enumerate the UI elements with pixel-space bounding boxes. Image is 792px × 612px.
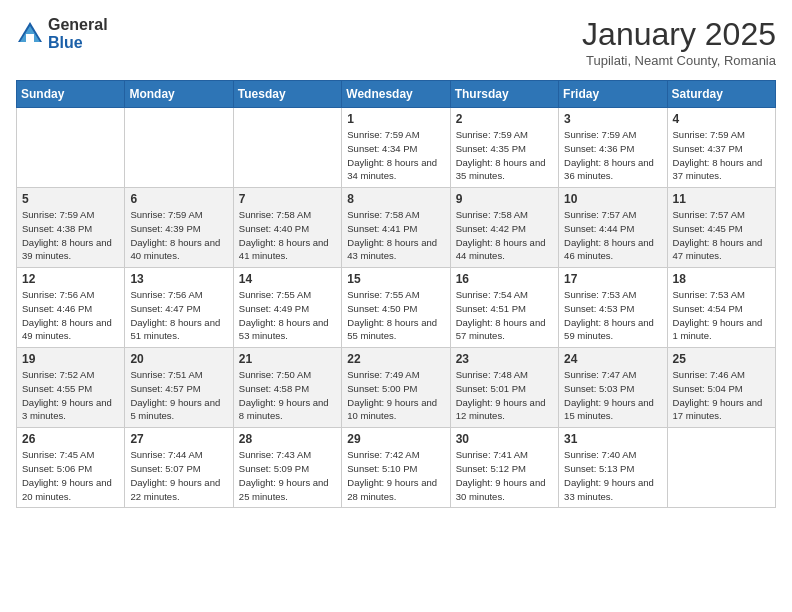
day-number: 25	[673, 352, 770, 366]
calendar-cell: 20Sunrise: 7:51 AM Sunset: 4:57 PM Dayli…	[125, 348, 233, 428]
calendar-cell: 10Sunrise: 7:57 AM Sunset: 4:44 PM Dayli…	[559, 188, 667, 268]
day-number: 17	[564, 272, 661, 286]
calendar-cell	[17, 108, 125, 188]
calendar-cell: 17Sunrise: 7:53 AM Sunset: 4:53 PM Dayli…	[559, 268, 667, 348]
calendar-cell: 6Sunrise: 7:59 AM Sunset: 4:39 PM Daylig…	[125, 188, 233, 268]
day-number: 20	[130, 352, 227, 366]
calendar-cell: 25Sunrise: 7:46 AM Sunset: 5:04 PM Dayli…	[667, 348, 775, 428]
calendar-cell: 9Sunrise: 7:58 AM Sunset: 4:42 PM Daylig…	[450, 188, 558, 268]
day-number: 18	[673, 272, 770, 286]
calendar-cell: 4Sunrise: 7:59 AM Sunset: 4:37 PM Daylig…	[667, 108, 775, 188]
day-number: 7	[239, 192, 336, 206]
calendar-cell: 7Sunrise: 7:58 AM Sunset: 4:40 PM Daylig…	[233, 188, 341, 268]
day-info: Sunrise: 7:56 AM Sunset: 4:47 PM Dayligh…	[130, 288, 227, 343]
day-info: Sunrise: 7:59 AM Sunset: 4:38 PM Dayligh…	[22, 208, 119, 263]
day-header-saturday: Saturday	[667, 81, 775, 108]
day-number: 23	[456, 352, 553, 366]
calendar-cell: 19Sunrise: 7:52 AM Sunset: 4:55 PM Dayli…	[17, 348, 125, 428]
day-number: 22	[347, 352, 444, 366]
month-title: January 2025	[582, 16, 776, 53]
day-info: Sunrise: 7:45 AM Sunset: 5:06 PM Dayligh…	[22, 448, 119, 503]
day-header-thursday: Thursday	[450, 81, 558, 108]
calendar-cell: 11Sunrise: 7:57 AM Sunset: 4:45 PM Dayli…	[667, 188, 775, 268]
day-info: Sunrise: 7:49 AM Sunset: 5:00 PM Dayligh…	[347, 368, 444, 423]
calendar-cell: 8Sunrise: 7:58 AM Sunset: 4:41 PM Daylig…	[342, 188, 450, 268]
page-header: General Blue January 2025 Tupilati, Neam…	[16, 16, 776, 68]
day-info: Sunrise: 7:53 AM Sunset: 4:53 PM Dayligh…	[564, 288, 661, 343]
day-number: 26	[22, 432, 119, 446]
day-header-tuesday: Tuesday	[233, 81, 341, 108]
day-number: 15	[347, 272, 444, 286]
day-info: Sunrise: 7:59 AM Sunset: 4:36 PM Dayligh…	[564, 128, 661, 183]
calendar-week-5: 26Sunrise: 7:45 AM Sunset: 5:06 PM Dayli…	[17, 428, 776, 508]
day-header-monday: Monday	[125, 81, 233, 108]
day-number: 12	[22, 272, 119, 286]
day-info: Sunrise: 7:59 AM Sunset: 4:37 PM Dayligh…	[673, 128, 770, 183]
calendar-cell: 12Sunrise: 7:56 AM Sunset: 4:46 PM Dayli…	[17, 268, 125, 348]
calendar-cell	[233, 108, 341, 188]
day-info: Sunrise: 7:58 AM Sunset: 4:42 PM Dayligh…	[456, 208, 553, 263]
day-info: Sunrise: 7:57 AM Sunset: 4:44 PM Dayligh…	[564, 208, 661, 263]
day-number: 24	[564, 352, 661, 366]
calendar-cell: 27Sunrise: 7:44 AM Sunset: 5:07 PM Dayli…	[125, 428, 233, 508]
calendar-cell	[125, 108, 233, 188]
day-info: Sunrise: 7:42 AM Sunset: 5:10 PM Dayligh…	[347, 448, 444, 503]
day-info: Sunrise: 7:46 AM Sunset: 5:04 PM Dayligh…	[673, 368, 770, 423]
day-number: 19	[22, 352, 119, 366]
location-subtitle: Tupilati, Neamt County, Romania	[582, 53, 776, 68]
day-info: Sunrise: 7:43 AM Sunset: 5:09 PM Dayligh…	[239, 448, 336, 503]
calendar-week-3: 12Sunrise: 7:56 AM Sunset: 4:46 PM Dayli…	[17, 268, 776, 348]
day-info: Sunrise: 7:55 AM Sunset: 4:50 PM Dayligh…	[347, 288, 444, 343]
day-number: 14	[239, 272, 336, 286]
day-info: Sunrise: 7:57 AM Sunset: 4:45 PM Dayligh…	[673, 208, 770, 263]
day-number: 5	[22, 192, 119, 206]
day-info: Sunrise: 7:58 AM Sunset: 4:41 PM Dayligh…	[347, 208, 444, 263]
day-number: 6	[130, 192, 227, 206]
day-info: Sunrise: 7:59 AM Sunset: 4:35 PM Dayligh…	[456, 128, 553, 183]
day-number: 21	[239, 352, 336, 366]
calendar-cell: 26Sunrise: 7:45 AM Sunset: 5:06 PM Dayli…	[17, 428, 125, 508]
day-info: Sunrise: 7:58 AM Sunset: 4:40 PM Dayligh…	[239, 208, 336, 263]
calendar-week-2: 5Sunrise: 7:59 AM Sunset: 4:38 PM Daylig…	[17, 188, 776, 268]
calendar-cell: 2Sunrise: 7:59 AM Sunset: 4:35 PM Daylig…	[450, 108, 558, 188]
day-info: Sunrise: 7:54 AM Sunset: 4:51 PM Dayligh…	[456, 288, 553, 343]
day-number: 3	[564, 112, 661, 126]
calendar-cell: 15Sunrise: 7:55 AM Sunset: 4:50 PM Dayli…	[342, 268, 450, 348]
day-info: Sunrise: 7:59 AM Sunset: 4:39 PM Dayligh…	[130, 208, 227, 263]
calendar-cell: 14Sunrise: 7:55 AM Sunset: 4:49 PM Dayli…	[233, 268, 341, 348]
calendar-cell: 13Sunrise: 7:56 AM Sunset: 4:47 PM Dayli…	[125, 268, 233, 348]
logo-icon	[16, 20, 44, 48]
day-header-sunday: Sunday	[17, 81, 125, 108]
day-info: Sunrise: 7:56 AM Sunset: 4:46 PM Dayligh…	[22, 288, 119, 343]
day-number: 1	[347, 112, 444, 126]
calendar-cell: 23Sunrise: 7:48 AM Sunset: 5:01 PM Dayli…	[450, 348, 558, 428]
day-number: 13	[130, 272, 227, 286]
day-info: Sunrise: 7:59 AM Sunset: 4:34 PM Dayligh…	[347, 128, 444, 183]
day-info: Sunrise: 7:40 AM Sunset: 5:13 PM Dayligh…	[564, 448, 661, 503]
logo: General Blue	[16, 16, 108, 51]
day-info: Sunrise: 7:55 AM Sunset: 4:49 PM Dayligh…	[239, 288, 336, 343]
calendar-cell	[667, 428, 775, 508]
day-info: Sunrise: 7:47 AM Sunset: 5:03 PM Dayligh…	[564, 368, 661, 423]
calendar-cell: 31Sunrise: 7:40 AM Sunset: 5:13 PM Dayli…	[559, 428, 667, 508]
day-header-wednesday: Wednesday	[342, 81, 450, 108]
day-number: 10	[564, 192, 661, 206]
calendar-cell: 3Sunrise: 7:59 AM Sunset: 4:36 PM Daylig…	[559, 108, 667, 188]
calendar-cell: 16Sunrise: 7:54 AM Sunset: 4:51 PM Dayli…	[450, 268, 558, 348]
day-number: 2	[456, 112, 553, 126]
calendar-header-row: SundayMondayTuesdayWednesdayThursdayFrid…	[17, 81, 776, 108]
calendar-cell: 5Sunrise: 7:59 AM Sunset: 4:38 PM Daylig…	[17, 188, 125, 268]
day-number: 31	[564, 432, 661, 446]
day-info: Sunrise: 7:50 AM Sunset: 4:58 PM Dayligh…	[239, 368, 336, 423]
day-number: 9	[456, 192, 553, 206]
day-info: Sunrise: 7:51 AM Sunset: 4:57 PM Dayligh…	[130, 368, 227, 423]
day-number: 28	[239, 432, 336, 446]
calendar-cell: 28Sunrise: 7:43 AM Sunset: 5:09 PM Dayli…	[233, 428, 341, 508]
calendar-cell: 30Sunrise: 7:41 AM Sunset: 5:12 PM Dayli…	[450, 428, 558, 508]
svg-rect-2	[26, 34, 34, 42]
day-info: Sunrise: 7:53 AM Sunset: 4:54 PM Dayligh…	[673, 288, 770, 343]
day-info: Sunrise: 7:44 AM Sunset: 5:07 PM Dayligh…	[130, 448, 227, 503]
day-number: 16	[456, 272, 553, 286]
day-info: Sunrise: 7:41 AM Sunset: 5:12 PM Dayligh…	[456, 448, 553, 503]
calendar-cell: 22Sunrise: 7:49 AM Sunset: 5:00 PM Dayli…	[342, 348, 450, 428]
